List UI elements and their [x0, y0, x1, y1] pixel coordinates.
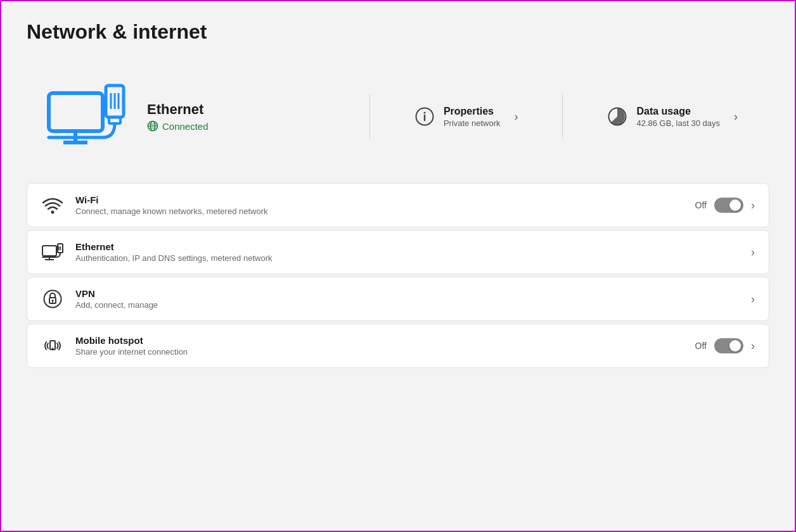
ethernet-hero-card: Ethernet Connected Properties Private ne… — [27, 61, 769, 172]
ethernet-right: › — [751, 246, 755, 258]
settings-item-mobile-hotspot[interactable]: Mobile hotspot Share your internet conne… — [27, 324, 769, 368]
vpn-chevron: › — [751, 293, 755, 305]
wifi-title: Wi-Fi — [75, 194, 684, 205]
data-usage-label: Data usage — [636, 106, 720, 117]
wifi-right: Off › — [695, 198, 755, 213]
properties-text: Properties Private network — [444, 106, 501, 128]
ethernet-hero-title: Ethernet — [147, 101, 338, 118]
settings-item-wifi[interactable]: Wi-Fi Connect, manage known networks, me… — [27, 183, 769, 227]
wifi-toggle-label: Off — [695, 200, 707, 210]
mobile-hotspot-right: Off › — [695, 338, 755, 353]
wifi-toggle[interactable] — [714, 198, 743, 213]
vpn-icon — [41, 288, 64, 310]
data-usage-text: Data usage 42.86 GB, last 30 days — [636, 106, 720, 128]
mobile-hotspot-toggle[interactable] — [714, 338, 743, 353]
vpn-content: VPN Add, connect, manage — [75, 288, 740, 310]
hero-divider-1 — [369, 94, 370, 139]
vpn-title: VPN — [75, 288, 740, 299]
hero-divider-2 — [562, 94, 563, 139]
ethernet-hero-info: Ethernet Connected — [147, 101, 338, 132]
svg-point-26 — [52, 300, 54, 301]
vpn-sub: Add, connect, manage — [75, 300, 740, 310]
svg-point-15 — [423, 112, 425, 114]
properties-label: Properties — [444, 106, 501, 117]
ethernet-status: Connected — [147, 120, 338, 132]
settings-item-vpn[interactable]: VPN Add, connect, manage › — [27, 277, 769, 321]
properties-sub: Private network — [444, 118, 501, 128]
info-icon — [414, 106, 435, 127]
mobile-hotspot-icon — [41, 334, 64, 357]
data-usage-icon — [607, 106, 627, 127]
ethernet-chevron: › — [751, 246, 755, 258]
vpn-right: › — [751, 293, 755, 305]
ethernet-list-content: Ethernet Authentication, IP and DNS sett… — [75, 241, 740, 263]
properties-chevron: › — [514, 110, 518, 124]
ethernet-status-text: Connected — [162, 121, 209, 132]
wifi-sub: Connect, manage known networks, metered … — [75, 206, 684, 216]
data-usage-sub: 42.86 GB, last 30 days — [636, 118, 720, 128]
mobile-hotspot-toggle-label: Off — [695, 341, 707, 351]
properties-action[interactable]: Properties Private network › — [402, 106, 531, 128]
ethernet-list-title: Ethernet — [75, 241, 740, 252]
data-usage-action[interactable]: Data usage 42.86 GB, last 30 days › — [594, 106, 750, 128]
globe-icon — [147, 120, 158, 132]
mobile-hotspot-sub: Share your internet connection — [75, 347, 684, 357]
ethernet-list-sub: Authentication, IP and DNS settings, met… — [75, 253, 740, 263]
page-title: Network & internet — [27, 20, 769, 44]
mobile-hotspot-title: Mobile hotspot — [75, 335, 684, 346]
svg-point-17 — [51, 211, 55, 214]
svg-rect-0 — [49, 93, 103, 131]
ethernet-list-icon — [41, 241, 64, 263]
mobile-hotspot-chevron: › — [751, 340, 755, 352]
ethernet-hero-icon — [46, 74, 128, 159]
mobile-hotspot-content: Mobile hotspot Share your internet conne… — [75, 335, 684, 357]
svg-rect-18 — [42, 246, 56, 256]
data-usage-chevron: › — [734, 110, 738, 124]
settings-list: Wi-Fi Connect, manage known networks, me… — [27, 183, 769, 368]
wifi-chevron: › — [751, 200, 755, 211]
wifi-content: Wi-Fi Connect, manage known networks, me… — [75, 194, 684, 216]
settings-item-ethernet[interactable]: Ethernet Authentication, IP and DNS sett… — [27, 230, 769, 274]
wifi-icon — [41, 194, 64, 217]
